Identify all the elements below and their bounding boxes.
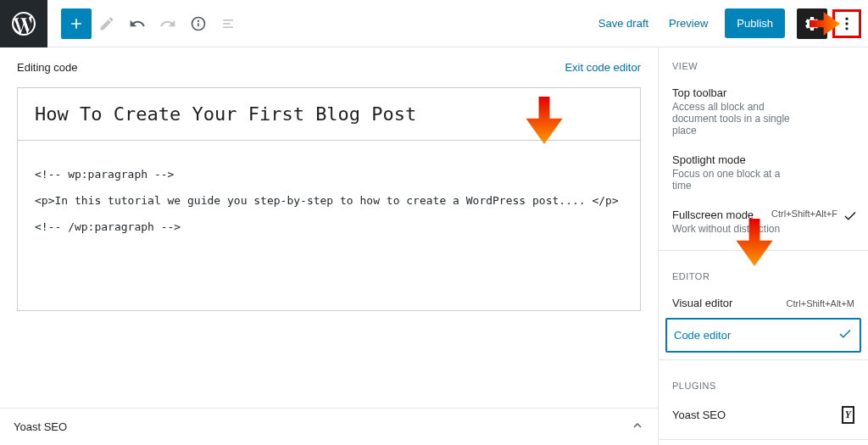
settings-icon[interactable] (797, 8, 827, 39)
divider (659, 250, 868, 251)
editor-section-label: EDITOR (659, 258, 868, 288)
add-block-button[interactable] (61, 8, 92, 39)
svg-point-2 (198, 20, 199, 21)
menu-item-title: Spotlight mode (672, 153, 854, 166)
svg-point-6 (845, 17, 848, 19)
menu-item-desc: Access all block and document tools in a… (672, 101, 799, 136)
preview-button[interactable]: Preview (659, 17, 718, 30)
yoast-seo-panel[interactable]: Yoast SEO (0, 408, 658, 445)
editing-code-label: Editing code (17, 61, 78, 74)
svg-point-7 (845, 22, 848, 25)
redo-icon[interactable] (153, 8, 183, 39)
divider (659, 359, 868, 360)
post-title-input[interactable]: How To Create Your First Blog Post (18, 88, 640, 141)
code-line: <!-- wp:paragraph --> (35, 161, 623, 187)
view-section-label: VIEW (659, 47, 868, 78)
edit-icon[interactable] (92, 8, 122, 39)
svg-rect-4 (223, 23, 230, 25)
top-toolbar: Save draft Preview Publish (0, 0, 868, 47)
divider (659, 439, 868, 440)
code-line: <p>In this tutorial we guide you step-by… (35, 187, 623, 214)
menu-visual-editor[interactable]: Visual editor Ctrl+Shift+Alt+M (659, 288, 868, 318)
yoast-seo-label: Yoast SEO (14, 420, 67, 433)
plugins-section-label: PLUGINS (659, 367, 868, 398)
code-line: <!-- /wp:paragraph --> (35, 214, 623, 240)
check-icon (843, 209, 858, 226)
yoast-icon: Y (842, 406, 854, 424)
svg-point-8 (845, 27, 848, 30)
menu-item-title: Yoast SEO (672, 409, 726, 421)
menu-top-toolbar[interactable]: Top toolbar Access all block and documen… (659, 78, 868, 145)
menu-item-shortcut: Ctrl+Shift+Alt+F (771, 209, 837, 219)
publish-button[interactable]: Publish (725, 8, 785, 38)
menu-item-title: Top toolbar (672, 86, 854, 99)
menu-spotlight-mode[interactable]: Spotlight mode Focus on one block at a t… (659, 145, 868, 200)
options-sidebar: VIEW Top toolbar Access all block and do… (658, 47, 868, 445)
menu-item-desc: Work without distraction (672, 223, 799, 235)
menu-item-title: Code editor (674, 329, 731, 342)
menu-code-editor[interactable]: Code editor (665, 318, 861, 353)
menu-item-desc: Focus on one block at a time (672, 168, 799, 192)
outline-icon[interactable] (214, 8, 244, 39)
save-draft-button[interactable]: Save draft (588, 17, 659, 30)
menu-yoast-seo[interactable]: Yoast SEO Y (659, 398, 868, 432)
exit-code-editor-link[interactable]: Exit code editor (565, 61, 641, 74)
menu-item-shortcut: Ctrl+Shift+Alt+M (787, 298, 854, 309)
svg-rect-5 (223, 26, 233, 28)
editor-main: Editing code Exit code editor How To Cre… (0, 47, 658, 445)
chevron-up-icon (631, 419, 644, 435)
post-code-content[interactable]: <!-- wp:paragraph --> <p>In this tutoria… (18, 141, 640, 310)
undo-icon[interactable] (122, 8, 153, 39)
more-options-button[interactable] (832, 9, 861, 38)
info-icon[interactable] (183, 8, 214, 39)
wordpress-logo[interactable] (0, 0, 47, 47)
menu-fullscreen-mode[interactable]: Fullscreen mode Work without distraction… (659, 200, 868, 243)
svg-rect-3 (223, 19, 233, 21)
menu-item-title: Visual editor (672, 297, 732, 309)
code-editor-area[interactable]: How To Create Your First Blog Post <!-- … (17, 87, 641, 311)
check-icon (837, 326, 853, 344)
